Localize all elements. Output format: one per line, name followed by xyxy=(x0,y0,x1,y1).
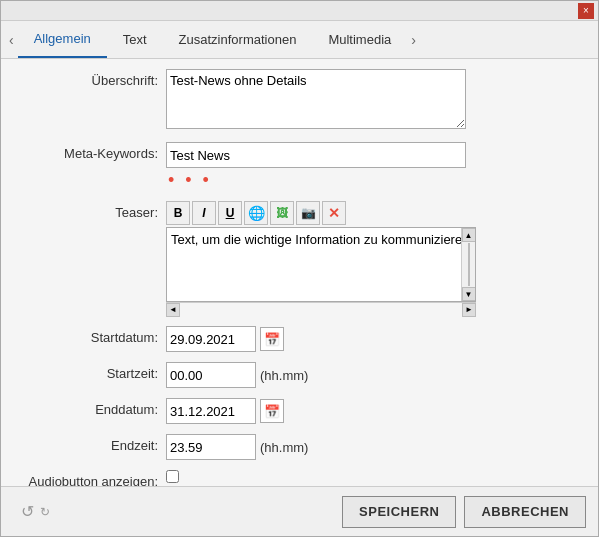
ueberschrift-input[interactable] xyxy=(166,69,466,129)
ueberschrift-control xyxy=(166,69,588,132)
delete-icon: ✕ xyxy=(328,205,340,221)
meta-keywords-label: Meta-Keywords: xyxy=(11,142,166,161)
startdatum-row: Startdatum: 📅 xyxy=(1,326,598,352)
tab-bar: ‹ Allgemein Text Zusatzinformationen Mul… xyxy=(1,21,598,59)
teaser-globe-button[interactable]: 🌐 xyxy=(244,201,268,225)
globe-icon: 🌐 xyxy=(248,205,265,221)
scroll-thumb[interactable] xyxy=(468,243,470,286)
tab-text[interactable]: Text xyxy=(107,21,163,58)
teaser-camera-button[interactable]: 📷 xyxy=(296,201,320,225)
teaser-label: Teaser: xyxy=(11,201,166,220)
teaser-editor[interactable]: Text, um die wichtige Information zu kom… xyxy=(166,227,476,302)
tab-next-button[interactable]: › xyxy=(407,32,420,48)
startdatum-calendar-button[interactable]: 📅 xyxy=(260,327,284,351)
speichern-button[interactable]: SPEICHERN xyxy=(342,496,456,528)
endzeit-label: Endzeit: xyxy=(11,434,166,453)
teaser-vscrollbar[interactable]: ▲ ▼ xyxy=(461,228,475,301)
enddatum-control: 📅 xyxy=(166,398,588,424)
teaser-row: Teaser: B I U 🌐 🖼 📷 ✕ xyxy=(1,201,598,316)
close-button[interactable]: × xyxy=(578,3,594,19)
meta-keywords-dots: • • • xyxy=(168,170,212,191)
image-icon: 🖼 xyxy=(276,206,288,220)
tab-allgemein[interactable]: Allgemein xyxy=(18,21,107,58)
scroll-down-arrow[interactable]: ▼ xyxy=(462,287,476,301)
startzeit-input[interactable] xyxy=(166,362,256,388)
startdatum-control: 📅 xyxy=(166,326,588,352)
ueberschrift-row: Überschrift: xyxy=(1,69,598,132)
teaser-toolbar: B I U 🌐 🖼 📷 ✕ xyxy=(166,201,588,225)
enddatum-label: Enddatum: xyxy=(11,398,166,417)
tab-zusatzinformationen[interactable]: Zusatzinformationen xyxy=(163,21,313,58)
camera-icon: 📷 xyxy=(301,206,316,220)
footer-icon-2[interactable]: ↻ xyxy=(40,505,50,519)
startdatum-input[interactable] xyxy=(166,326,256,352)
meta-keywords-input[interactable] xyxy=(166,142,466,168)
audiobutton-checkbox[interactable] xyxy=(166,470,179,483)
startdatum-label: Startdatum: xyxy=(11,326,166,345)
main-window: × ‹ Allgemein Text Zusatzinformationen M… xyxy=(0,0,599,537)
audiobutton-control xyxy=(166,470,588,483)
enddatum-row: Enddatum: 📅 xyxy=(1,398,598,424)
ueberschrift-label: Überschrift: xyxy=(11,69,166,88)
teaser-bold-button[interactable]: B xyxy=(166,201,190,225)
refresh-icon[interactable]: ↺ xyxy=(21,502,34,521)
teaser-delete-button[interactable]: ✕ xyxy=(322,201,346,225)
teaser-control: B I U 🌐 🖼 📷 ✕ xyxy=(166,201,588,316)
teaser-italic-button[interactable]: I xyxy=(192,201,216,225)
scroll-left-arrow[interactable]: ◄ xyxy=(166,303,180,317)
abbrechen-button[interactable]: ABBRECHEN xyxy=(464,496,586,528)
calendar-icon: 📅 xyxy=(264,332,280,347)
endzeit-row: Endzeit: (hh.mm) xyxy=(1,434,598,460)
teaser-editor-wrap: Text, um die wichtige Information zu kom… xyxy=(166,227,476,316)
meta-keywords-control: • • • xyxy=(166,142,588,191)
startzeit-control: (hh.mm) xyxy=(166,362,588,388)
startzeit-hint: (hh.mm) xyxy=(260,368,308,383)
audiobutton-label: Audiobutton anzeigen: xyxy=(11,470,166,486)
teaser-underline-button[interactable]: U xyxy=(218,201,242,225)
calendar-icon-2: 📅 xyxy=(264,404,280,419)
startzeit-label: Startzeit: xyxy=(11,362,166,381)
startzeit-row: Startzeit: (hh.mm) xyxy=(1,362,598,388)
title-bar: × xyxy=(1,1,598,21)
teaser-hscrollbar[interactable]: ◄ ► xyxy=(166,302,476,316)
hscroll-track xyxy=(180,303,462,317)
teaser-text: Text, um die wichtige Information zu kom… xyxy=(167,228,475,251)
enddatum-calendar-button[interactable]: 📅 xyxy=(260,399,284,423)
form-content: Überschrift: Meta-Keywords: • • • Teaser… xyxy=(1,59,598,486)
footer-left: ↺ ↻ xyxy=(21,502,50,521)
footer: ↺ ↻ SPEICHERN ABBRECHEN xyxy=(1,486,598,536)
teaser-image-button[interactable]: 🖼 xyxy=(270,201,294,225)
endzeit-control: (hh.mm) xyxy=(166,434,588,460)
endzeit-input[interactable] xyxy=(166,434,256,460)
scroll-right-arrow[interactable]: ► xyxy=(462,303,476,317)
tab-prev-button[interactable]: ‹ xyxy=(5,32,18,48)
scroll-up-arrow[interactable]: ▲ xyxy=(462,228,476,242)
endzeit-hint: (hh.mm) xyxy=(260,440,308,455)
tab-multimedia[interactable]: Multimedia xyxy=(312,21,407,58)
enddatum-input[interactable] xyxy=(166,398,256,424)
meta-keywords-dots-row: • • • xyxy=(166,170,588,191)
audiobutton-row: Audiobutton anzeigen: xyxy=(1,470,598,486)
meta-keywords-row: Meta-Keywords: • • • xyxy=(1,142,598,191)
